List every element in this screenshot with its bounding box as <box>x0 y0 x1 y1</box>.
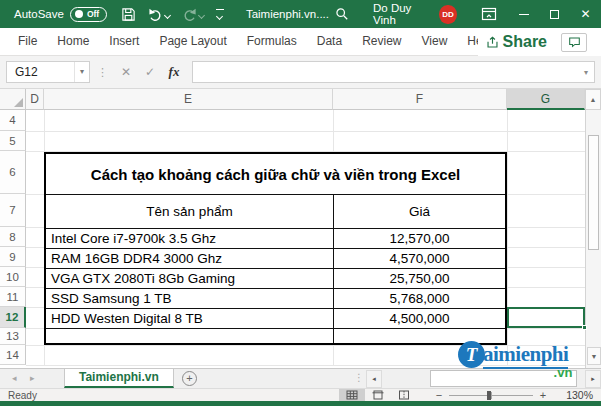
name-box[interactable]: G12 ▾ <box>6 61 90 83</box>
share-label: Share <box>503 33 547 51</box>
column-header[interactable]: F <box>333 89 507 110</box>
title-bar: AutoSave Off <box>0 0 601 28</box>
ribbon-tab[interactable]: Insert <box>99 28 149 55</box>
formula-bar-row: G12 ▾ ⋮ ✕ ✓ fx ▾ <box>0 56 601 89</box>
undo-button[interactable] <box>142 0 176 28</box>
zoom-control: − + 130% <box>431 389 601 402</box>
scrollbar-grip-icon[interactable]: ⋮ <box>354 372 364 383</box>
select-all-button[interactable] <box>0 89 26 110</box>
zoom-out-button[interactable]: − <box>431 389 447 401</box>
row-header[interactable]: 9 <box>0 247 26 267</box>
ribbon-tab[interactable]: Data <box>307 28 352 55</box>
product-price-cell[interactable]: 4,570,000 <box>334 249 505 268</box>
empty-name-cell[interactable] <box>46 329 334 343</box>
table-header-price[interactable]: Giá <box>334 195 505 228</box>
page-layout-view-button[interactable] <box>365 389 391 402</box>
formula-input[interactable]: ▾ <box>192 61 595 83</box>
normal-view-button[interactable] <box>339 389 365 402</box>
ribbon-tab[interactable]: Formulas <box>237 28 307 55</box>
hscroll-right-button[interactable]: ▸ <box>585 370 601 388</box>
table-title-cell[interactable]: Cách tạo khoảng cách giữa chữ và viền tr… <box>46 154 505 194</box>
status-bar: Ready − <box>0 388 601 401</box>
ribbon-display-options-button[interactable] <box>475 0 503 28</box>
insert-function-button[interactable]: fx <box>162 64 186 80</box>
scroll-down-button[interactable]: ▼ <box>587 347 601 365</box>
column-header[interactable]: G <box>507 89 585 110</box>
product-name-cell[interactable]: SSD Samsung 1 TB <box>46 289 334 308</box>
save-icon[interactable] <box>115 0 142 28</box>
redo-dropdown-icon[interactable] <box>198 11 205 18</box>
minimize-button[interactable] <box>509 0 540 28</box>
autosave-toggle[interactable]: Off <box>70 7 107 22</box>
enter-button[interactable]: ✓ <box>138 65 162 79</box>
row-header[interactable]: 11 <box>0 287 26 307</box>
user-name[interactable]: Do Duy Vinh <box>373 2 431 26</box>
column-header[interactable]: E <box>44 89 333 110</box>
ribbon-tab[interactable]: Review <box>352 28 411 55</box>
row-header[interactable]: 6 <box>0 151 26 194</box>
taimienphi-watermark: T aimienphi .vn <box>458 341 568 369</box>
product-name-cell[interactable]: RAM 16GB DDR4 3000 Ghz <box>46 249 334 268</box>
vertical-scrollbar-thumb[interactable] <box>588 135 599 250</box>
product-name-cell[interactable]: VGA GTX 2080Ti 8Gb Gaming <box>46 269 334 288</box>
user-avatar[interactable]: DD <box>439 5 456 24</box>
ribbon-tab[interactable]: View <box>412 28 458 55</box>
sheet-tab-bar: ◂ ▸ Taimienphi.vn + ⋮ ◂ ▸ <box>0 368 601 388</box>
product-table: Cách tạo khoảng cách giữa chữ và viền tr… <box>44 152 507 345</box>
sheet-nav-right-icon[interactable]: ▸ <box>30 373 35 383</box>
row-header[interactable]: 7 <box>0 194 26 227</box>
name-box-dropdown-icon[interactable]: ▾ <box>74 62 89 82</box>
vertical-scrollbar[interactable]: ▼ <box>585 110 601 368</box>
product-price-cell[interactable]: 25,750,00 <box>334 269 505 288</box>
table-empty-row[interactable] <box>46 328 505 343</box>
row-header[interactable]: 8 <box>0 227 26 247</box>
product-price-cell[interactable]: 5,768,000 <box>334 289 505 308</box>
new-sheet-button[interactable]: + <box>182 371 197 386</box>
product-name-cell[interactable]: Intel Core i7-9700k 3.5 Ghz <box>46 229 334 248</box>
ribbon-tab[interactable]: Home <box>47 28 99 55</box>
share-button[interactable]: Share <box>478 31 555 53</box>
comments-button[interactable] <box>561 33 587 52</box>
undo-dropdown-icon[interactable] <box>164 11 171 18</box>
row-header[interactable]: 4 <box>0 110 26 131</box>
row-header[interactable]: 5 <box>0 131 26 151</box>
table-header-row: Tên sản phẩm Giá <box>46 194 505 228</box>
scroll-up-button[interactable]: ▲ <box>585 89 601 110</box>
product-price-cell[interactable]: 12,570,00 <box>334 229 505 248</box>
cancel-button[interactable]: ✕ <box>114 65 138 79</box>
window-bottom-edge <box>0 401 601 406</box>
minimize-icon <box>519 14 529 15</box>
zoom-slider[interactable] <box>449 389 533 402</box>
row-header[interactable]: 13 <box>0 328 26 345</box>
column-header[interactable]: D <box>26 89 44 110</box>
sheet-tab-active[interactable]: Taimienphi.vn <box>64 369 174 388</box>
ribbon-tab[interactable]: Page Layout <box>149 28 236 55</box>
table-header-name[interactable]: Tên sản phẩm <box>46 195 334 228</box>
formula-bar-grip-icon[interactable]: ⋮ <box>97 66 107 79</box>
autosave-control: AutoSave Off <box>14 7 107 22</box>
row-header[interactable]: 10 <box>0 267 26 287</box>
row-header[interactable]: 14 <box>0 345 26 365</box>
table-row: HDD Westen Digital 8 TB 4,500,000 <box>46 308 505 328</box>
sheet-nav-left-icon[interactable]: ◂ <box>12 373 17 383</box>
zoom-level[interactable]: 130% <box>555 389 593 401</box>
select-all-icon <box>14 98 23 107</box>
fill-handle[interactable] <box>582 325 587 330</box>
logo-initial: T <box>458 341 485 368</box>
search-icon[interactable] <box>329 0 355 28</box>
zoom-in-button[interactable]: + <box>535 389 551 401</box>
product-name-cell[interactable]: HDD Westen Digital 8 TB <box>46 309 334 328</box>
maximize-button[interactable] <box>539 0 570 28</box>
selected-cell-g12[interactable] <box>507 307 585 328</box>
hscroll-left-button[interactable]: ◂ <box>366 370 382 388</box>
product-price-cell[interactable]: 4,500,000 <box>334 309 505 328</box>
toggle-knob-icon <box>75 10 83 18</box>
redo-button[interactable] <box>176 0 210 28</box>
formula-bar-expand-icon[interactable]: ▾ <box>584 68 594 77</box>
close-button[interactable]: ✕ <box>570 0 601 28</box>
customize-quick-access-toolbar-button[interactable] <box>210 0 230 28</box>
page-break-preview-button[interactable] <box>391 389 417 402</box>
ribbon-tab[interactable]: File <box>8 28 47 55</box>
row-header[interactable]: 12 <box>0 307 26 328</box>
zoom-slider-thumb[interactable] <box>487 391 491 400</box>
